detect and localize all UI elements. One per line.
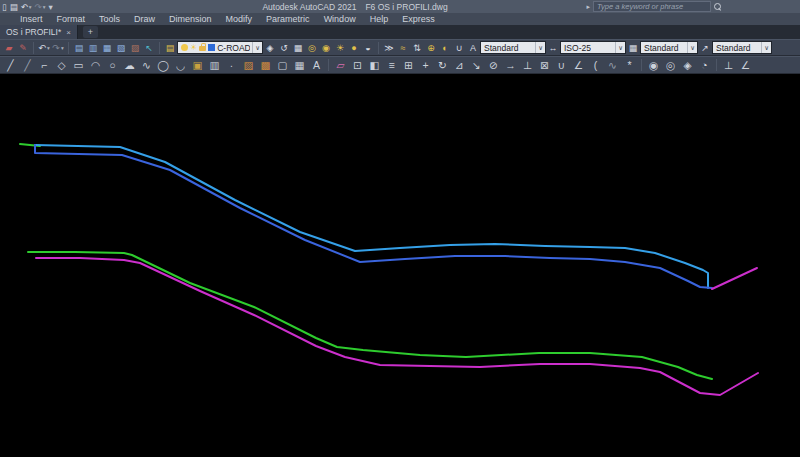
- send-to-back-icon[interactable]: ◎: [662, 58, 679, 73]
- redo-button-dropdown-icon[interactable]: ▾: [43, 1, 46, 13]
- make-block-icon[interactable]: ▥: [206, 58, 223, 73]
- profile-blue-bottom-edge[interactable]: [35, 145, 712, 288]
- layer-previous-icon[interactable]: ↺: [277, 41, 291, 55]
- block-editor-icon[interactable]: ✎: [16, 41, 30, 55]
- angular-dimension-icon[interactable]: ∠: [737, 58, 754, 73]
- tab-close-icon[interactable]: ×: [66, 28, 71, 37]
- dimension-style-combo-dropdown-icon[interactable]: ∨: [615, 42, 625, 53]
- mtext-icon[interactable]: A: [308, 58, 325, 73]
- undo-button-toolbar-dropdown-icon[interactable]: ▾: [47, 45, 50, 51]
- table-style-icon[interactable]: ▦: [626, 41, 640, 55]
- copy-icon[interactable]: ⊡: [349, 58, 366, 73]
- plot-icon[interactable]: ▤: [10, 1, 18, 13]
- layer-isolate-icon[interactable]: ◎: [305, 41, 319, 55]
- menu-modify[interactable]: Modify: [219, 13, 260, 25]
- hatch-icon[interactable]: ▨: [240, 58, 257, 73]
- text-style-icon[interactable]: A: [466, 41, 480, 55]
- mirror-icon[interactable]: ◧: [366, 58, 383, 73]
- model-space-canvas[interactable]: [0, 74, 800, 457]
- menu-window[interactable]: Window: [317, 13, 363, 25]
- join-icon[interactable]: ∪: [553, 58, 570, 73]
- profile-green-lower[interactable]: [28, 252, 712, 379]
- construction-line-icon[interactable]: ╱: [19, 58, 36, 73]
- layer-properties-manager-icon[interactable]: ▤: [163, 41, 177, 55]
- search-expand-icon[interactable]: ▸: [586, 3, 590, 11]
- menu-parametric[interactable]: Parametric: [259, 13, 317, 25]
- make-object-layer-current-icon[interactable]: ◈: [263, 41, 277, 55]
- bring-to-front-icon[interactable]: ◉: [645, 58, 662, 73]
- perpendicular-snap-icon[interactable]: ⊥: [720, 58, 737, 73]
- markup-set-manager-icon[interactable]: ▨: [128, 41, 142, 55]
- menu-help[interactable]: Help: [363, 13, 396, 25]
- search-icon[interactable]: [714, 3, 722, 11]
- plot-style-combo-dropdown-icon[interactable]: ∨: [761, 42, 771, 53]
- revision-cloud-icon[interactable]: ☁: [121, 58, 138, 73]
- qat-customize-button[interactable]: ▾: [49, 1, 53, 13]
- dimension-style-icon[interactable]: ↔: [546, 41, 560, 55]
- menu-tools[interactable]: Tools: [92, 13, 127, 25]
- layer-merge-icon[interactable]: ∪: [452, 41, 466, 55]
- properties-palette-icon[interactable]: ▤: [72, 41, 86, 55]
- quick-select-icon[interactable]: ↖: [142, 41, 156, 55]
- multileader-style-icon[interactable]: ↗: [698, 41, 712, 55]
- array-icon[interactable]: ⊞: [400, 58, 417, 73]
- layer-match-icon[interactable]: ≈: [396, 41, 410, 55]
- text-style-combo-dropdown-icon[interactable]: ∨: [535, 42, 545, 53]
- layer-walk-icon[interactable]: ≫: [382, 41, 396, 55]
- profile-magenta-lower[interactable]: [36, 258, 758, 395]
- stretch-icon[interactable]: ↘: [468, 58, 485, 73]
- layer-isolate-lock-icon[interactable]: ◐: [438, 41, 452, 55]
- circle-icon[interactable]: ○: [104, 58, 121, 73]
- explode-icon[interactable]: *: [621, 58, 638, 73]
- menu-draw[interactable]: Draw: [127, 13, 162, 25]
- break-icon[interactable]: ⊠: [536, 58, 553, 73]
- redo-button-toolbar-dropdown-icon[interactable]: ▾: [61, 45, 64, 51]
- break-at-point-icon[interactable]: ⊥: [519, 58, 536, 73]
- dimension-style-combo[interactable]: ISO-25∨: [560, 41, 626, 54]
- new-tab-button[interactable]: +: [83, 26, 98, 38]
- layer-combo[interactable]: ☀C-ROAD-SAMP∨: [177, 41, 263, 54]
- undo-button[interactable]: ↶▾: [21, 1, 32, 13]
- file-tab-active[interactable]: OS i PROFILI* ×: [0, 25, 78, 39]
- drawing-canvas-svg[interactable]: [0, 74, 800, 457]
- gradient-icon[interactable]: ▩: [257, 58, 274, 73]
- profile-magenta-stub-right-upper[interactable]: [712, 268, 757, 289]
- rectangle-icon[interactable]: ▭: [70, 58, 87, 73]
- layer-lock-fade-icon[interactable]: ◒: [361, 41, 375, 55]
- layer-off-icon[interactable]: ●: [347, 41, 361, 55]
- ellipse-icon[interactable]: ◯: [155, 58, 172, 73]
- move-icon[interactable]: +: [417, 58, 434, 73]
- undo-button-dropdown-icon[interactable]: ▾: [29, 1, 32, 13]
- layer-unisolate-icon[interactable]: ◉: [319, 41, 333, 55]
- undo-button-toolbar[interactable]: ↶▾: [37, 41, 51, 55]
- polyline-icon[interactable]: ⌐: [36, 58, 53, 73]
- profile-blue-top-edge[interactable]: [35, 145, 708, 288]
- offset-icon[interactable]: ≡: [383, 58, 400, 73]
- trim-icon[interactable]: ⊘: [485, 58, 502, 73]
- layer-combo-dropdown-icon[interactable]: ∨: [252, 42, 262, 53]
- menu-dimension[interactable]: Dimension: [162, 13, 219, 25]
- plot-style-combo[interactable]: Standard∨: [712, 41, 772, 54]
- change-to-current-layer-icon[interactable]: ⇅: [410, 41, 424, 55]
- blend-curves-icon[interactable]: ∿: [604, 58, 621, 73]
- designcenter-icon[interactable]: ▥: [86, 41, 100, 55]
- copy-objects-to-new-layer-icon[interactable]: ⊕: [424, 41, 438, 55]
- insert-block-icon[interactable]: ▣: [189, 58, 206, 73]
- polygon-icon[interactable]: ◇: [53, 58, 70, 73]
- region-icon[interactable]: ▢: [274, 58, 291, 73]
- point-icon[interactable]: ∙: [223, 58, 240, 73]
- menu-format[interactable]: Format: [50, 13, 93, 25]
- spline-icon[interactable]: ∿: [138, 58, 155, 73]
- chamfer-icon[interactable]: ∠: [570, 58, 587, 73]
- table-icon[interactable]: ▦: [291, 58, 308, 73]
- layer-states-icon[interactable]: ▦: [291, 41, 305, 55]
- send-under-objects-icon[interactable]: ◔: [696, 58, 713, 73]
- redo-button[interactable]: ↷▾: [35, 1, 46, 13]
- line-icon[interactable]: ╱: [2, 58, 19, 73]
- menu-express[interactable]: Express: [395, 13, 442, 25]
- menu-insert[interactable]: Insert: [13, 13, 50, 25]
- fillet-icon[interactable]: (: [587, 58, 604, 73]
- arc-icon[interactable]: ◠: [87, 58, 104, 73]
- sheet-set-manager-icon[interactable]: ▧: [114, 41, 128, 55]
- table-style-combo-dropdown-icon[interactable]: ∨: [687, 42, 697, 53]
